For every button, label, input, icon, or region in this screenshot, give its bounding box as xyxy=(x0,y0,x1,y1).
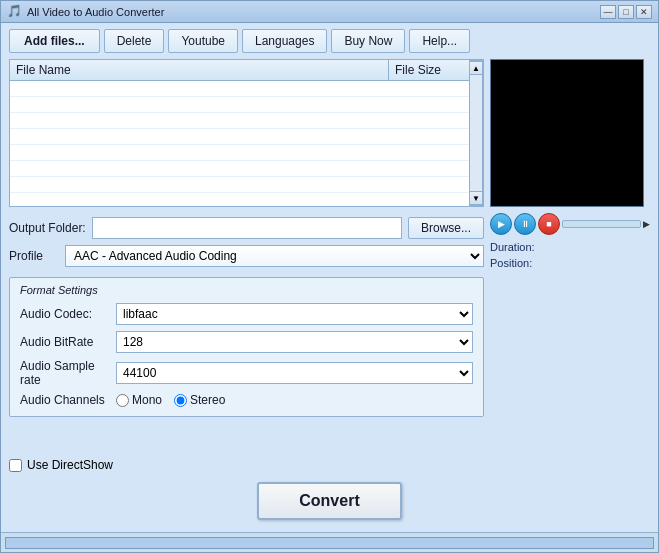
position-label: Position: xyxy=(490,257,532,269)
convert-button[interactable]: Convert xyxy=(257,482,401,520)
audio-sample-rate-select[interactable]: 44100 xyxy=(117,363,472,383)
scroll-up-button[interactable]: ▲ xyxy=(469,61,483,75)
profile-select[interactable]: AAC - Advanced Audio Coding xyxy=(65,245,484,267)
audio-channels-radio-group: Mono Stereo xyxy=(116,393,225,407)
status-bar xyxy=(1,532,658,552)
table-row xyxy=(10,177,469,193)
position-row: Position: xyxy=(490,257,650,269)
file-list-header: File Name File Size xyxy=(10,60,469,81)
file-list-rows[interactable] xyxy=(10,81,469,206)
audio-bitrate-select-wrapper: 128 xyxy=(116,331,473,353)
audio-channels-label: Audio Channels xyxy=(20,393,110,407)
stereo-radio[interactable] xyxy=(174,394,187,407)
progress-slider[interactable] xyxy=(562,220,641,228)
audio-sample-rate-select-wrapper: 44100 xyxy=(116,362,473,384)
table-row xyxy=(10,145,469,161)
stereo-radio-label[interactable]: Stereo xyxy=(174,393,225,407)
title-bar-left: 🎵 All Video to Audio Converter xyxy=(7,4,164,20)
right-panel: ▶ ⏸ ■ ▶ Duration: Position: xyxy=(490,59,650,456)
scroll-down-button[interactable]: ▼ xyxy=(469,191,483,205)
use-directshow-checkbox[interactable] xyxy=(9,459,22,472)
duration-row: Duration: xyxy=(490,241,650,253)
audio-codec-select-wrapper: libfaac xyxy=(116,303,473,325)
col-name-header: File Name xyxy=(10,60,389,80)
languages-button[interactable]: Languages xyxy=(242,29,327,53)
minimize-button[interactable]: — xyxy=(600,5,616,19)
output-folder-row: Output Folder: Browse... xyxy=(9,213,484,243)
profile-row: Profile AAC - Advanced Audio Coding xyxy=(9,243,484,269)
use-directshow-label: Use DirectShow xyxy=(27,458,113,472)
main-window: 🎵 All Video to Audio Converter — □ ✕ Add… xyxy=(0,0,659,553)
audio-codec-row: Audio Codec: libfaac xyxy=(20,300,473,328)
use-directshow-row: Use DirectShow xyxy=(9,456,650,474)
pause-button[interactable]: ⏸ xyxy=(514,213,536,235)
audio-sample-rate-row: Audio Sample rate 44100 xyxy=(20,356,473,390)
audio-bitrate-row: Audio BitRate 128 xyxy=(20,328,473,356)
mono-radio[interactable] xyxy=(116,394,129,407)
left-panel: File Name File Size ▲ xyxy=(9,59,484,456)
audio-channels-row: Audio Channels Mono Stereo xyxy=(20,390,473,410)
table-row xyxy=(10,129,469,145)
slider-end-arrow: ▶ xyxy=(643,219,650,229)
stop-button[interactable]: ■ xyxy=(538,213,560,235)
player-controls: ▶ ⏸ ■ ▶ xyxy=(490,211,650,237)
table-row xyxy=(10,81,469,97)
help-button[interactable]: Help... xyxy=(409,29,470,53)
buy-now-button[interactable]: Buy Now xyxy=(331,29,405,53)
title-controls: — □ ✕ xyxy=(600,5,652,19)
profile-label: Profile xyxy=(9,249,59,263)
output-folder-input[interactable] xyxy=(92,217,402,239)
duration-label: Duration: xyxy=(490,241,535,253)
mono-radio-label[interactable]: Mono xyxy=(116,393,162,407)
format-settings-box: Format Settings Audio Codec: libfaac Aud… xyxy=(9,277,484,417)
toolbar: Add files... Delete Youtube Languages Bu… xyxy=(1,23,658,59)
stereo-label: Stereo xyxy=(190,393,225,407)
vertical-scrollbar[interactable]: ▲ ▼ xyxy=(469,60,483,206)
status-progress-bar xyxy=(5,537,654,549)
youtube-button[interactable]: Youtube xyxy=(168,29,238,53)
bottom-section: Use DirectShow Convert xyxy=(1,456,658,532)
maximize-button[interactable]: □ xyxy=(618,5,634,19)
audio-bitrate-select[interactable]: 128 xyxy=(117,332,472,352)
format-settings-title: Format Settings xyxy=(20,284,473,296)
add-files-button[interactable]: Add files... xyxy=(9,29,100,53)
col-size-header: File Size xyxy=(389,60,469,80)
main-content: File Name File Size ▲ xyxy=(1,59,658,456)
app-icon: 🎵 xyxy=(7,4,23,20)
audio-sample-rate-label: Audio Sample rate xyxy=(20,359,110,387)
audio-bitrate-label: Audio BitRate xyxy=(20,335,110,349)
preview-box xyxy=(490,59,644,207)
output-folder-label: Output Folder: xyxy=(9,221,86,235)
audio-codec-label: Audio Codec: xyxy=(20,307,110,321)
audio-codec-select[interactable]: libfaac xyxy=(117,304,472,324)
browse-button[interactable]: Browse... xyxy=(408,217,484,239)
file-list-area: File Name File Size ▲ xyxy=(9,59,484,207)
table-row xyxy=(10,161,469,177)
file-list-inner: File Name File Size xyxy=(10,60,469,206)
title-bar: 🎵 All Video to Audio Converter — □ ✕ xyxy=(1,1,658,23)
mono-label: Mono xyxy=(132,393,162,407)
delete-button[interactable]: Delete xyxy=(104,29,165,53)
table-row xyxy=(10,113,469,129)
play-button[interactable]: ▶ xyxy=(490,213,512,235)
window-title: All Video to Audio Converter xyxy=(27,6,164,18)
close-button[interactable]: ✕ xyxy=(636,5,652,19)
table-row xyxy=(10,97,469,113)
